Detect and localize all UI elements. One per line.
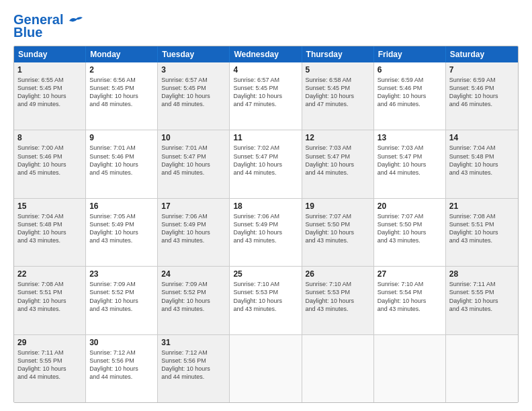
calendar-cell: 6Sunrise: 6:59 AM Sunset: 5:46 PM Daylig…	[374, 62, 446, 130]
calendar-week-4: 22Sunrise: 7:08 AM Sunset: 5:51 PM Dayli…	[14, 267, 518, 334]
day-info: Sunrise: 7:04 AM Sunset: 5:48 PM Dayligh…	[449, 144, 515, 177]
calendar-cell: 16Sunrise: 7:05 AM Sunset: 5:49 PM Dayli…	[86, 199, 158, 266]
day-number: 18	[233, 201, 298, 211]
calendar-cell: 4Sunrise: 6:57 AM Sunset: 5:45 PM Daylig…	[230, 62, 302, 130]
day-number: 9	[89, 133, 154, 142]
calendar: Sunday Monday Tuesday Wednesday Thursday…	[13, 46, 519, 403]
calendar-cell: 5Sunrise: 6:58 AM Sunset: 5:45 PM Daylig…	[302, 62, 374, 130]
day-number: 11	[233, 133, 298, 142]
calendar-cell: 12Sunrise: 7:03 AM Sunset: 5:47 PM Dayli…	[302, 130, 374, 197]
day-info: Sunrise: 7:12 AM Sunset: 5:56 PM Dayligh…	[89, 349, 154, 381]
day-number: 23	[89, 269, 154, 279]
day-number: 5	[306, 65, 370, 75]
calendar-body: 1Sunrise: 6:55 AM Sunset: 5:45 PM Daylig…	[14, 62, 518, 402]
day-number: 21	[449, 201, 515, 211]
day-number: 4	[233, 65, 298, 75]
day-number: 17	[161, 201, 226, 211]
calendar-cell: 24Sunrise: 7:09 AM Sunset: 5:52 PM Dayli…	[158, 267, 230, 334]
calendar-cell: 17Sunrise: 7:06 AM Sunset: 5:49 PM Dayli…	[158, 199, 230, 266]
day-info: Sunrise: 7:10 AM Sunset: 5:53 PM Dayligh…	[306, 280, 370, 313]
day-info: Sunrise: 6:57 AM Sunset: 5:45 PM Dayligh…	[233, 76, 298, 109]
calendar-cell	[446, 335, 518, 402]
day-info: Sunrise: 6:56 AM Sunset: 5:45 PM Dayligh…	[89, 76, 154, 109]
header: General Blue	[13, 12, 519, 40]
day-number: 10	[161, 133, 226, 142]
calendar-week-5: 29Sunrise: 7:11 AM Sunset: 5:55 PM Dayli…	[14, 335, 518, 402]
day-info: Sunrise: 6:57 AM Sunset: 5:45 PM Dayligh…	[161, 76, 226, 109]
day-info: Sunrise: 7:02 AM Sunset: 5:47 PM Dayligh…	[233, 144, 298, 177]
day-number: 19	[306, 201, 370, 211]
day-info: Sunrise: 7:10 AM Sunset: 5:54 PM Dayligh…	[378, 280, 442, 313]
calendar-cell: 15Sunrise: 7:04 AM Sunset: 5:48 PM Dayli…	[14, 199, 86, 266]
calendar-cell: 9Sunrise: 7:01 AM Sunset: 5:46 PM Daylig…	[86, 130, 158, 197]
day-number: 12	[306, 133, 370, 142]
logo: General Blue	[13, 12, 83, 40]
day-info: Sunrise: 6:58 AM Sunset: 5:45 PM Dayligh…	[306, 76, 370, 109]
day-info: Sunrise: 7:10 AM Sunset: 5:53 PM Dayligh…	[233, 280, 298, 313]
calendar-cell: 11Sunrise: 7:02 AM Sunset: 5:47 PM Dayli…	[230, 130, 302, 197]
day-number: 7	[449, 65, 515, 75]
calendar-cell: 22Sunrise: 7:08 AM Sunset: 5:51 PM Dayli…	[14, 267, 86, 334]
day-info: Sunrise: 7:01 AM Sunset: 5:47 PM Dayligh…	[161, 144, 226, 177]
calendar-cell: 8Sunrise: 7:00 AM Sunset: 5:46 PM Daylig…	[14, 130, 86, 197]
calendar-week-2: 8Sunrise: 7:00 AM Sunset: 5:46 PM Daylig…	[14, 130, 518, 198]
day-number: 24	[161, 269, 226, 279]
calendar-cell: 7Sunrise: 6:59 AM Sunset: 5:46 PM Daylig…	[446, 62, 518, 130]
day-info: Sunrise: 7:06 AM Sunset: 5:49 PM Dayligh…	[161, 212, 226, 245]
calendar-cell	[374, 335, 446, 402]
calendar-cell: 27Sunrise: 7:10 AM Sunset: 5:54 PM Dayli…	[374, 267, 446, 334]
day-info: Sunrise: 7:03 AM Sunset: 5:47 PM Dayligh…	[306, 144, 370, 177]
day-info: Sunrise: 7:00 AM Sunset: 5:46 PM Dayligh…	[17, 144, 82, 177]
calendar-cell: 21Sunrise: 7:08 AM Sunset: 5:51 PM Dayli…	[446, 199, 518, 266]
day-number: 6	[378, 65, 442, 75]
day-info: Sunrise: 7:01 AM Sunset: 5:46 PM Dayligh…	[89, 144, 154, 177]
day-info: Sunrise: 7:05 AM Sunset: 5:49 PM Dayligh…	[89, 212, 154, 245]
header-wednesday: Wednesday	[230, 46, 302, 62]
day-number: 29	[17, 338, 82, 347]
day-number: 2	[89, 65, 154, 75]
day-info: Sunrise: 7:06 AM Sunset: 5:49 PM Dayligh…	[233, 212, 298, 245]
calendar-cell: 1Sunrise: 6:55 AM Sunset: 5:45 PM Daylig…	[14, 62, 86, 130]
logo-bird-icon	[68, 15, 83, 26]
calendar-cell: 10Sunrise: 7:01 AM Sunset: 5:47 PM Dayli…	[158, 130, 230, 197]
day-info: Sunrise: 7:07 AM Sunset: 5:50 PM Dayligh…	[378, 212, 442, 245]
calendar-cell: 30Sunrise: 7:12 AM Sunset: 5:56 PM Dayli…	[86, 335, 158, 402]
header-sunday: Sunday	[14, 46, 86, 62]
day-info: Sunrise: 7:11 AM Sunset: 5:55 PM Dayligh…	[449, 280, 515, 313]
day-info: Sunrise: 7:09 AM Sunset: 5:52 PM Dayligh…	[161, 280, 226, 313]
day-info: Sunrise: 6:59 AM Sunset: 5:46 PM Dayligh…	[449, 76, 515, 109]
day-info: Sunrise: 7:09 AM Sunset: 5:52 PM Dayligh…	[89, 280, 154, 313]
calendar-cell: 28Sunrise: 7:11 AM Sunset: 5:55 PM Dayli…	[446, 267, 518, 334]
logo-blue-text: Blue	[13, 25, 42, 40]
day-number: 26	[306, 269, 370, 279]
calendar-cell: 25Sunrise: 7:10 AM Sunset: 5:53 PM Dayli…	[230, 267, 302, 334]
day-number: 25	[233, 269, 298, 279]
day-number: 13	[378, 133, 442, 142]
calendar-cell	[302, 335, 374, 402]
day-info: Sunrise: 7:08 AM Sunset: 5:51 PM Dayligh…	[17, 280, 82, 313]
calendar-cell: 31Sunrise: 7:12 AM Sunset: 5:56 PM Dayli…	[158, 335, 230, 402]
day-number: 1	[17, 65, 82, 75]
day-number: 14	[449, 133, 515, 142]
calendar-cell: 23Sunrise: 7:09 AM Sunset: 5:52 PM Dayli…	[86, 267, 158, 334]
header-friday: Friday	[374, 46, 446, 62]
day-number: 16	[89, 201, 154, 211]
day-info: Sunrise: 7:12 AM Sunset: 5:56 PM Dayligh…	[161, 349, 226, 381]
day-info: Sunrise: 7:03 AM Sunset: 5:47 PM Dayligh…	[378, 144, 442, 177]
day-number: 3	[161, 65, 226, 75]
calendar-cell: 20Sunrise: 7:07 AM Sunset: 5:50 PM Dayli…	[374, 199, 446, 266]
header-thursday: Thursday	[302, 46, 374, 62]
header-saturday: Saturday	[446, 46, 518, 62]
calendar-cell: 29Sunrise: 7:11 AM Sunset: 5:55 PM Dayli…	[14, 335, 86, 402]
day-info: Sunrise: 6:59 AM Sunset: 5:46 PM Dayligh…	[378, 76, 442, 109]
calendar-cell: 14Sunrise: 7:04 AM Sunset: 5:48 PM Dayli…	[446, 130, 518, 197]
calendar-cell: 13Sunrise: 7:03 AM Sunset: 5:47 PM Dayli…	[374, 130, 446, 197]
day-number: 28	[449, 269, 515, 279]
calendar-cell: 2Sunrise: 6:56 AM Sunset: 5:45 PM Daylig…	[86, 62, 158, 130]
header-tuesday: Tuesday	[158, 46, 230, 62]
page: General Blue Sunday Monday Tuesday Wedne…	[0, 0, 532, 411]
calendar-cell: 3Sunrise: 6:57 AM Sunset: 5:45 PM Daylig…	[158, 62, 230, 130]
day-number: 27	[378, 269, 442, 279]
calendar-cell: 19Sunrise: 7:07 AM Sunset: 5:50 PM Dayli…	[302, 199, 374, 266]
day-info: Sunrise: 7:11 AM Sunset: 5:55 PM Dayligh…	[17, 349, 82, 381]
